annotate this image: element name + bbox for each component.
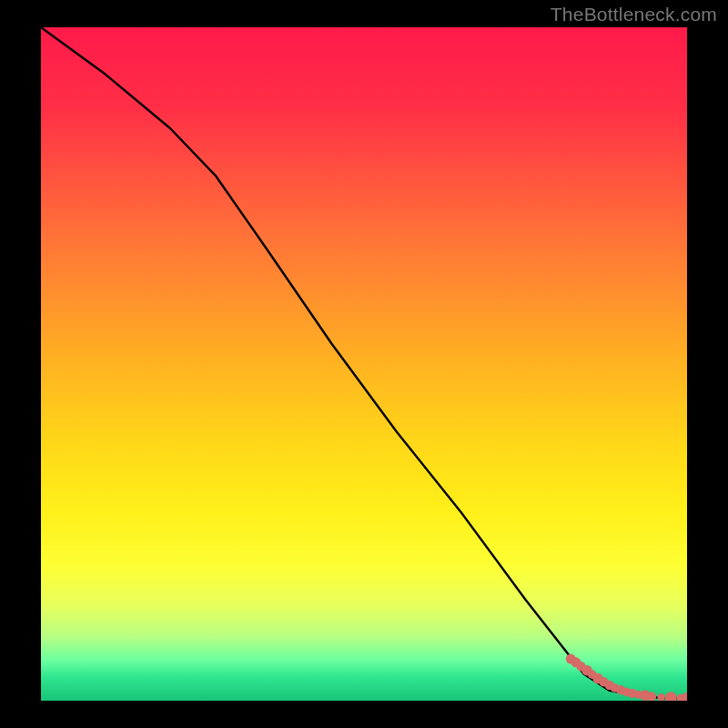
chart-frame: TheBottleneck.com: [0, 0, 728, 728]
plot-background: [41, 27, 687, 701]
marker-point: [647, 692, 656, 701]
marker-point: [657, 693, 664, 701]
bottleneck-chart: [0, 0, 728, 728]
marker-point: [682, 693, 693, 704]
marker-point: [665, 692, 677, 703]
